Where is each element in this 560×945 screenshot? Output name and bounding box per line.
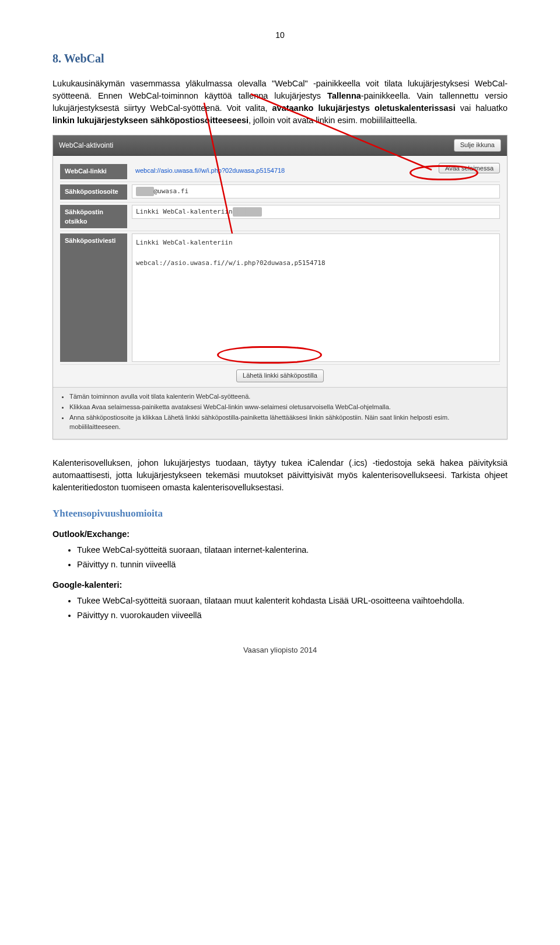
help-item: Tämän toiminnon avulla voit tilata kalen…: [69, 392, 499, 402]
help-item: Klikkaa Avaa selaimessa-painiketta avata…: [69, 403, 499, 412]
text: , jolloin voit avata linkin esim. mobiil…: [249, 116, 417, 125]
redacted-icon: ███████: [233, 207, 262, 217]
text-bold: Tallenna: [327, 91, 361, 100]
google-heading: Google-kalenteri:: [52, 579, 508, 591]
dialog-title: WebCal-aktivointi: [59, 141, 113, 151]
screenshot-container: WebCal-aktivointi Sulje ikkuna WebCal-li…: [52, 135, 508, 440]
row-subject: Sähköpostin otsikko Linkki WebCal-kalent…: [60, 203, 500, 231]
subject-field[interactable]: Linkki WebCal-kalenteriin ███████: [132, 205, 500, 219]
label: Sähköpostiviesti: [60, 233, 127, 362]
label: Sähköpostiosoite: [60, 184, 127, 200]
redacted-icon: ████: [136, 187, 154, 196]
outlook-list: Tukee WebCal-syötteitä suoraan, tilataan…: [52, 544, 508, 571]
list-item: Päivittyy n. tunnin viiveellä: [77, 559, 508, 571]
message-text: Linkki WebCal-kalenteriin webcal://asio.…: [136, 239, 326, 267]
page-footer: Vaasan yliopisto 2014: [52, 645, 508, 656]
email-domain: @uwasa.fi: [154, 187, 189, 196]
row-email: Sähköpostiosoite ████@uwasa.fi: [60, 182, 500, 203]
help-item: Anna sähköpostiosoite ja klikkaa Lähetä …: [69, 413, 499, 432]
row-message: Sähköpostiviesti Linkki WebCal-kalenteri…: [60, 231, 500, 365]
paragraph-compat: Kalenterisovelluksen, johon lukujärjesty…: [52, 457, 508, 494]
page-number: 10: [52, 29, 508, 41]
close-button[interactable]: Sulje ikkuna: [454, 139, 501, 152]
webcal-url[interactable]: webcal://asio.uwasa.fi//w/i.php?02duwasa…: [132, 164, 434, 178]
section-heading: 8. WebCal: [52, 50, 508, 67]
message-field[interactable]: Linkki WebCal-kalenteriin webcal://asio.…: [132, 233, 500, 362]
google-list: Tukee WebCal-syötteitä suoraan, tilataan…: [52, 595, 508, 622]
help-list: Tämän toiminnon avulla voit tilata kalen…: [53, 387, 507, 439]
list-item: Tukee WebCal-syötteitä suoraan, tilataan…: [77, 595, 508, 607]
open-browser-button[interactable]: Avaa selaimessa: [439, 163, 500, 173]
send-email-button[interactable]: Lähetä linkki sähköpostilla: [236, 369, 324, 382]
webcal-dialog: WebCal-aktivointi Sulje ikkuna WebCal-li…: [52, 135, 508, 440]
dialog-footer: Lähetä linkki sähköpostilla: [60, 365, 500, 385]
row-webcal-link: WebCal-linkki webcal://asio.uwasa.fi//w/…: [60, 162, 500, 182]
label: WebCal-linkki: [60, 164, 127, 179]
text: vai haluatko: [456, 103, 508, 113]
intro-paragraph: Lukukausinäkymän vasemmassa yläkulmassa …: [52, 78, 508, 127]
dialog-header: WebCal-aktivointi Sulje ikkuna: [53, 135, 507, 156]
outlook-heading: Outlook/Exchange:: [52, 528, 508, 541]
email-field[interactable]: ████@uwasa.fi: [132, 184, 500, 198]
text-bold: linkin lukujärjestykseen sähköpostiosoit…: [52, 116, 249, 125]
text-bold: avataanko lukujärjestys oletuskalenteris…: [272, 103, 456, 113]
subheading-compat: Yhteensopivuushuomioita: [52, 507, 508, 521]
label: Sähköpostin otsikko: [60, 205, 127, 228]
subject-text: Linkki WebCal-kalenteriin: [136, 207, 233, 217]
list-item: Tukee WebCal-syötteitä suoraan, tilataan…: [77, 544, 508, 556]
list-item: Päivittyy n. vuorokauden viiveellä: [77, 609, 508, 622]
